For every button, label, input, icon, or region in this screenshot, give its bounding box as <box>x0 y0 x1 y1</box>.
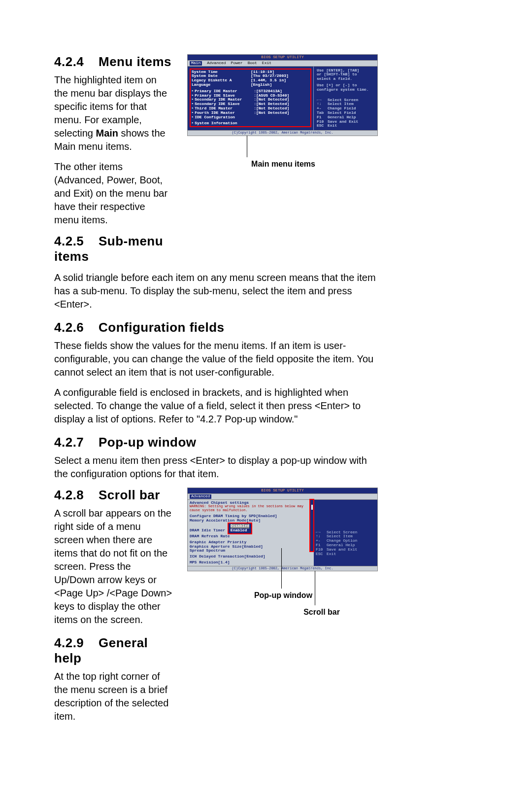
para-425-1: A solid triangle before each item on any… <box>54 271 379 311</box>
bios-screenshot-main: BIOS SETUP UTILITY Main Advanced Power B… <box>187 54 378 136</box>
heading-428: 4.2.8Scroll bar <box>54 488 172 503</box>
para-428-1: A scroll bar appears on the right side o… <box>54 507 172 627</box>
para-426-1: These fields show the values for the men… <box>54 339 379 379</box>
para-429-1: At the top right corner of the menu scre… <box>54 670 172 723</box>
heading-427: 4.2.7Pop-up window <box>54 435 379 450</box>
caption-main-menu-items: Main menu items <box>187 160 379 169</box>
caption-scroll-bar: Scroll bar <box>187 608 379 617</box>
heading-424: 4.2.4Menu items <box>54 54 172 70</box>
bios-screenshot-advanced: BIOS SETUP UTILITY Advanced Advanced Chi… <box>187 488 378 571</box>
heading-426: 4.2.6Configuration fields <box>54 320 379 335</box>
para-424-1: The highlighted item on the menu bar dis… <box>54 73 172 153</box>
heading-429: 4.2.9General help <box>54 635 172 666</box>
heading-425: 4.2.5Sub-menu items <box>54 234 172 264</box>
popup-window-box: Disabled Enabled <box>228 523 252 534</box>
para-427-1: Select a menu item then press <Enter> to… <box>54 454 379 481</box>
para-426-2: A configurable field is enclosed in brac… <box>54 386 379 426</box>
scrollbar-redbox <box>309 499 314 552</box>
menu-items-redbox: System Time[11:10:19] System Date[Thu 03… <box>190 69 311 128</box>
caption-popup-window: Pop-up window <box>187 591 379 600</box>
para-424-2: The other items (Advanced, Power, Boot, … <box>54 160 172 227</box>
